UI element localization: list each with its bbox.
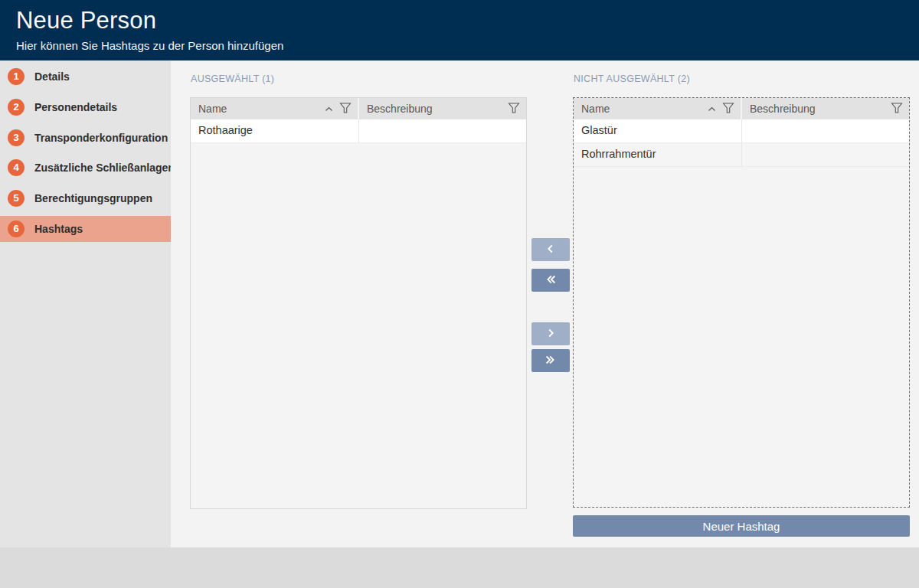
- cell-name: Glastür: [574, 119, 742, 142]
- selected-panel-label: AUSGEWÄHLT (1): [191, 74, 274, 84]
- sidebar-step-details[interactable]: 1Details: [0, 64, 171, 90]
- selected-hashtags-table: Name Beschreibung Rothaarige: [190, 97, 527, 509]
- page-subtitle: Hier können Sie Hashtags zu der Person h…: [16, 39, 283, 52]
- chevron-right-icon: [544, 326, 558, 342]
- step-label: Details: [34, 64, 70, 90]
- table-row[interactable]: Rothaarige: [191, 119, 526, 143]
- column-header-description-label: Beschreibung: [367, 103, 433, 115]
- wizard-header: Neue Person Hier können Sie Hashtags zu …: [0, 0, 919, 60]
- step-number-badge: 6: [8, 220, 25, 237]
- filter-icon[interactable]: [339, 103, 352, 116]
- filter-icon[interactable]: [722, 103, 734, 116]
- table-row[interactable]: Rohrrahmentür: [574, 143, 909, 167]
- page-title: Neue Person: [16, 7, 156, 34]
- sidebar-step-personendetails[interactable]: 2Personendetails: [0, 94, 171, 120]
- step-label: Hashtags: [34, 216, 83, 242]
- cell-description: [742, 119, 909, 142]
- new-person-wizard-window: Neue Person Hier können Sie Hashtags zu …: [0, 0, 919, 588]
- column-header-description-label: Beschreibung: [750, 103, 816, 115]
- step-number-badge: 5: [8, 190, 25, 207]
- footer-bar: Weiteres Objekt erstellen < Zurück Weite…: [0, 547, 919, 588]
- unselected-table-body: GlastürRohrrahmentür: [574, 119, 909, 167]
- column-header-name[interactable]: Name: [574, 98, 742, 119]
- step-number-badge: 2: [8, 99, 25, 116]
- filter-icon[interactable]: [891, 103, 903, 116]
- sidebar-step-hashtags[interactable]: 6Hashtags: [0, 216, 171, 242]
- step-number-badge: 4: [8, 159, 25, 176]
- filter-icon[interactable]: [508, 103, 520, 116]
- column-header-name[interactable]: Name: [191, 98, 359, 119]
- column-header-description[interactable]: Beschreibung: [359, 98, 526, 119]
- step-label: Transponderkonfiguration: [34, 125, 168, 151]
- sidebar-step-zus-tzliche-schlie-anlagen[interactable]: 4Zusätzliche Schließanlagen: [0, 155, 171, 181]
- double-chevron-left-icon: [543, 273, 558, 289]
- unselected-panel-label: NICHT AUSGEWÄHLT (2): [574, 74, 690, 84]
- sidebar-steps: 1Details2Personendetails3Transponderkonf…: [0, 60, 171, 547]
- sort-ascending-icon[interactable]: [708, 106, 716, 112]
- double-chevron-right-icon: [543, 353, 558, 369]
- move-all-left-button[interactable]: [531, 269, 570, 292]
- cell-description: [742, 143, 909, 166]
- move-all-right-button[interactable]: [531, 349, 570, 372]
- table-header-row: Name Beschreibung: [574, 98, 909, 119]
- table-header-row: Name Beschreibung: [191, 98, 526, 119]
- unselected-hashtags-table: Name Beschreibung GlastürRohrrahmentür: [573, 97, 910, 508]
- cell-name: Rohrrahmentür: [574, 143, 742, 166]
- sidebar-step-berechtigungsgruppen[interactable]: 5Berechtigungsgruppen: [0, 185, 171, 211]
- step-number-badge: 3: [8, 129, 25, 146]
- sort-ascending-icon[interactable]: [325, 106, 333, 112]
- column-header-description[interactable]: Beschreibung: [742, 98, 909, 119]
- step-number-badge: 1: [8, 68, 25, 85]
- move-left-button[interactable]: [531, 238, 570, 261]
- new-hashtag-button[interactable]: Neuer Hashtag: [573, 515, 910, 537]
- step-label: Personendetails: [34, 94, 117, 120]
- step-label: Zusätzliche Schließanlagen: [34, 155, 175, 181]
- selected-table-body: Rothaarige: [191, 119, 526, 143]
- step-label: Berechtigungsgruppen: [34, 185, 152, 211]
- cell-description: [359, 119, 526, 142]
- sidebar-step-transponderkonfiguration[interactable]: 3Transponderkonfiguration: [0, 125, 171, 151]
- column-header-name-label: Name: [581, 103, 610, 115]
- chevron-left-icon: [544, 242, 558, 258]
- column-header-name-label: Name: [198, 103, 227, 115]
- cell-name: Rothaarige: [191, 119, 359, 142]
- move-right-button[interactable]: [531, 322, 570, 345]
- table-row[interactable]: Glastür: [574, 119, 909, 143]
